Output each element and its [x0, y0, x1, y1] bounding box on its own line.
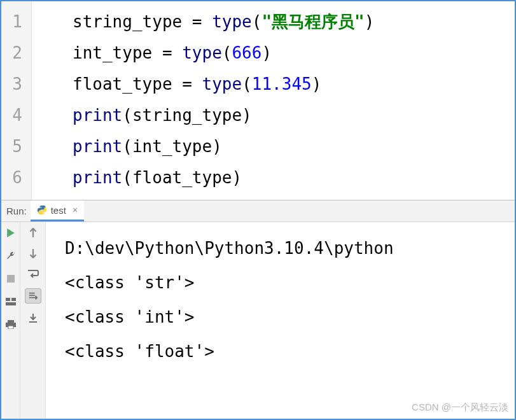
svg-rect-1: [6, 298, 10, 301]
gutter-line: 5: [1, 131, 31, 162]
run-tab-test[interactable]: test ×: [31, 200, 84, 221]
line-gutter: 123456: [1, 1, 32, 200]
code-line[interactable]: int_type = type(666): [73, 38, 515, 69]
console-line: D:\dev\Python\Python3.10.4\python: [65, 231, 515, 265]
console-line: <class 'int'>: [65, 300, 515, 334]
gutter-line: 3: [1, 69, 31, 100]
console-output[interactable]: D:\dev\Python\Python3.10.4\python<class …: [46, 222, 515, 420]
run-tab-label: test: [51, 205, 66, 216]
stop-icon[interactable]: [5, 273, 17, 284]
run-header: Run: test ×: [1, 200, 515, 222]
editor-pane: 123456 string_type = type("黑马程序员")int_ty…: [1, 1, 515, 200]
wrench-icon[interactable]: [5, 250, 17, 262]
code-editor[interactable]: string_type = type("黑马程序员")int_type = ty…: [32, 1, 515, 200]
close-icon[interactable]: ×: [70, 205, 78, 215]
export-icon[interactable]: [27, 312, 39, 324]
svg-rect-3: [6, 302, 16, 305]
svg-rect-4: [8, 320, 14, 323]
run-label: Run:: [1, 206, 31, 216]
run-toolbar-secondary: [20, 222, 46, 420]
up-arrow-icon[interactable]: [27, 227, 39, 239]
code-line[interactable]: print(int_type): [73, 131, 515, 162]
watermark: CSDN @一个风轻云淡: [412, 402, 508, 414]
python-icon: [37, 205, 47, 215]
svg-rect-2: [11, 298, 16, 301]
scroll-to-end-icon[interactable]: [25, 288, 41, 304]
console-line: <class 'float'>: [65, 334, 515, 368]
console-line: <class 'str'>: [65, 265, 515, 300]
code-line[interactable]: float_type = type(11.345): [73, 69, 515, 100]
code-line[interactable]: string_type = type("黑马程序员"): [73, 6, 515, 38]
run-toolbar-primary: [1, 222, 20, 420]
code-line[interactable]: print(string_type): [73, 100, 515, 131]
run-body: D:\dev\Python\Python3.10.4\python<class …: [1, 222, 515, 420]
code-line[interactable]: print(float_type): [73, 162, 515, 193]
gutter-line: 1: [1, 6, 31, 38]
gutter-line: 2: [1, 38, 31, 69]
print-icon[interactable]: [5, 319, 17, 330]
svg-rect-6: [8, 326, 13, 329]
down-arrow-icon[interactable]: [27, 248, 39, 259]
run-panel: Run: test ×: [1, 200, 515, 420]
gutter-line: 6: [1, 162, 31, 193]
svg-rect-0: [7, 275, 15, 283]
gutter-line: 4: [1, 100, 31, 131]
soft-wrap-icon[interactable]: [27, 268, 39, 279]
layout-icon[interactable]: [5, 296, 17, 307]
rerun-icon[interactable]: [5, 227, 17, 239]
